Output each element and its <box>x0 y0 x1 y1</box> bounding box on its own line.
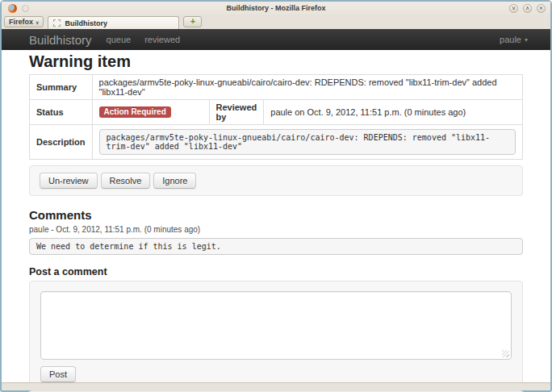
status-badge: Action Required <box>99 106 171 118</box>
page-title: Warning item <box>29 52 523 70</box>
actions-panel: Un-review Resolve Ignore <box>29 165 523 196</box>
firefox-window: Buildhistory - Mozilla Firefox ∨ ∧ × Fir… <box>0 0 552 392</box>
tab-strip: Firefox ∨ Buildhistory + <box>2 15 550 29</box>
comment-input[interactable] <box>40 291 512 360</box>
firefox-menu-label: Firefox <box>9 18 33 26</box>
ignore-button[interactable]: Ignore <box>153 173 196 189</box>
summary-label: Summary <box>30 75 93 100</box>
user-dropdown[interactable]: paule ▾ <box>500 35 528 44</box>
post-button[interactable]: Post <box>40 366 76 382</box>
comments-heading: Comments <box>29 208 523 222</box>
user-name: paule <box>500 35 521 44</box>
post-comment-panel: Post <box>29 281 523 391</box>
summary-value: packages/armv5te-poky-linux-gnueabi/cair… <box>92 75 522 100</box>
new-tab-button[interactable]: + <box>183 16 202 27</box>
tab-favicon-placeholder-icon <box>53 19 61 27</box>
description-cell: packages/armv5te-poky-linux-gnueabi/cair… <box>92 125 522 160</box>
nav-link-reviewed[interactable]: reviewed <box>144 35 180 44</box>
window-titlebar: Buildhistory - Mozilla Firefox ∨ ∧ × <box>2 2 550 15</box>
tab-buildhistory[interactable]: Buildhistory <box>48 16 179 29</box>
browser-viewport: Buildhistory queue reviewed paule ▾ Warn… <box>2 29 550 390</box>
resize-grip-icon[interactable] <box>502 350 509 357</box>
description-value: packages/armv5te-poky-linux-gnueabi/cair… <box>99 129 516 155</box>
maximize-button-icon[interactable]: ∧ <box>523 4 532 13</box>
caret-down-icon: ▾ <box>525 36 528 44</box>
reviewed-by-label: Reviewed by <box>209 100 264 125</box>
post-comment-heading: Post a comment <box>29 266 523 277</box>
window-title: Buildhistory - Mozilla Firefox <box>2 4 550 12</box>
navbar-brand[interactable]: Buildhistory <box>29 33 92 47</box>
page-content: Warning item Summary packages/armv5te-po… <box>2 50 550 382</box>
addon-bar <box>2 382 550 390</box>
table-row: Status Action Required Reviewed by paule… <box>30 100 523 125</box>
window-menu-button[interactable] <box>22 5 29 12</box>
firefox-logo-icon <box>8 4 17 13</box>
comment-text: We need to determine if this is legit. <box>29 238 523 255</box>
minimize-button-icon[interactable]: ∨ <box>509 4 518 13</box>
tab-title: Buildhistory <box>65 19 107 27</box>
firefox-menu-button[interactable]: Firefox ∨ <box>4 16 44 27</box>
table-row: Description packages/armv5te-poky-linux-… <box>30 125 523 160</box>
status-cell: Action Required <box>92 100 209 125</box>
app-navbar: Buildhistory queue reviewed paule ▾ <box>2 29 550 50</box>
resolve-button[interactable]: Resolve <box>101 173 151 189</box>
item-details-table: Summary packages/armv5te-poky-linux-gnue… <box>29 74 523 160</box>
chevron-down-icon: ∨ <box>36 19 39 25</box>
close-button-icon[interactable]: × <box>537 4 546 13</box>
comment-meta: paule - Oct. 9, 2012, 11:51 p.m. (0 minu… <box>29 225 523 234</box>
table-row: Summary packages/armv5te-poky-linux-gnue… <box>30 75 523 100</box>
status-label: Status <box>30 100 93 125</box>
nav-link-queue[interactable]: queue <box>107 35 132 44</box>
reviewed-by-value: paule on Oct. 9, 2012, 11:51 p.m. (0 min… <box>264 100 523 125</box>
un-review-button[interactable]: Un-review <box>40 173 98 189</box>
description-label: Description <box>30 125 93 160</box>
